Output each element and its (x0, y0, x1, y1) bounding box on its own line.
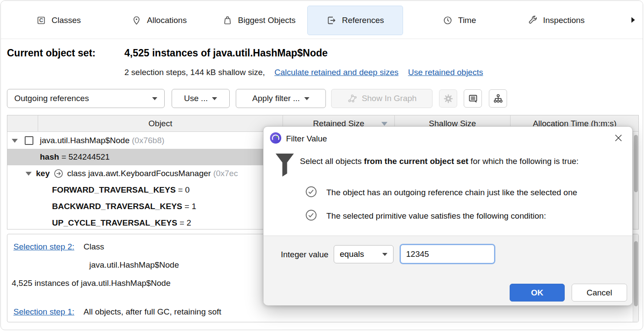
tab-label: Biggest Objects (238, 16, 296, 25)
tab-label: Time (458, 16, 476, 25)
chevron-down-icon (152, 97, 157, 100)
filter-value-combobox (400, 244, 495, 264)
dialog-close-button[interactable] (613, 133, 624, 143)
gear-icon (443, 93, 454, 104)
object-address: (0x7ec (213, 169, 238, 178)
chevron-down-icon (304, 97, 309, 100)
operator-select[interactable]: equals (334, 245, 394, 263)
graph-icon (347, 93, 358, 104)
settings-button (439, 89, 457, 108)
apply-filter-button[interactable]: Apply filter ... (236, 89, 326, 108)
tab-label: Allocations (147, 16, 187, 25)
current-object-set-label: Current object set: (7, 47, 95, 59)
classes-icon: C (36, 15, 46, 26)
tree-view-button[interactable] (489, 89, 507, 108)
selection-step-2-link[interactable]: Selection step 2: (13, 242, 74, 251)
chevron-down-icon (212, 97, 217, 100)
tab-time[interactable]: Time (434, 6, 485, 35)
tab-inspections[interactable]: Inspections (519, 6, 593, 35)
column-object[interactable]: Object (38, 115, 283, 132)
filter-value-dialog: Filter Value Select all objects from the… (263, 126, 633, 305)
references-icon (326, 15, 337, 26)
selection-step-2-result: 4,525 instances of java.util.HashMap$Nod… (12, 279, 171, 288)
references-toolbar: Outgoing references Use ... Apply filter… (7, 89, 507, 108)
tab-classes[interactable]: C Classes (28, 6, 89, 35)
dialog-intro-text: Select all objects from the current obje… (300, 157, 629, 166)
inspections-icon (527, 15, 538, 26)
biggest-objects-icon (222, 15, 233, 26)
comment-button[interactable] (464, 89, 482, 108)
condition-1-text: The object has an outgoing reference cha… (326, 188, 577, 197)
close-icon (614, 133, 623, 143)
column-expander (7, 115, 38, 132)
check-circle-icon (305, 186, 317, 198)
more-tabs-button[interactable] (629, 16, 637, 24)
use-button[interactable]: Use ... (172, 89, 230, 108)
calculate-retained-sizes-link[interactable]: Calculate retained and deep sizes (274, 68, 398, 77)
cancel-button[interactable]: Cancel (572, 284, 627, 302)
filter-value-input[interactable] (401, 245, 495, 263)
comment-icon (468, 93, 478, 104)
outgoing-reference-icon (54, 169, 63, 178)
tab-label: Inspections (543, 16, 585, 25)
tab-biggest-objects[interactable]: Biggest Objects (214, 6, 304, 35)
object-address: (0x76b8) (132, 136, 164, 145)
show-in-graph-button: Show In Graph (331, 89, 433, 108)
time-icon (442, 15, 453, 26)
reference-type-value: Outgoing references (14, 94, 89, 103)
svg-text:C: C (39, 17, 43, 23)
chevron-down-icon (382, 253, 387, 256)
current-object-set-title: 4,525 instances of java.util.HashMap$Nod… (124, 47, 328, 59)
selection-step-2-type: Class (84, 242, 104, 251)
selection-step-2-class: java.util.HashMap$Node (89, 260, 179, 270)
chevron-right-icon (629, 16, 637, 24)
ok-button[interactable]: OK (510, 284, 565, 302)
expand-toggle-icon[interactable] (12, 139, 18, 143)
row-checkbox[interactable] (25, 136, 33, 145)
tab-references[interactable]: References (307, 6, 403, 35)
panel-scrollbar-thumb[interactable] (634, 241, 638, 306)
heap-walker-window: C Classes Allocations Biggest Objects (0, 0, 643, 330)
condition-2-text: The selected primitive value satisfies t… (326, 211, 546, 221)
tab-label: References (342, 16, 384, 25)
expand-toggle-icon[interactable] (26, 172, 32, 176)
selection-step-1-text: All objects, after full GC, retaining so… (84, 307, 221, 316)
app-logo-icon (270, 132, 282, 144)
view-tab-bar: C Classes Allocations Biggest Objects (1, 1, 643, 39)
tab-allocations[interactable]: Allocations (123, 6, 195, 35)
table-scrollbar[interactable] (633, 132, 638, 229)
panel-scrollbar[interactable] (633, 234, 638, 322)
check-circle-icon (305, 209, 317, 221)
dialog-title: Filter Value (286, 134, 327, 144)
reference-type-select[interactable]: Outgoing references (7, 89, 165, 108)
hierarchy-icon (493, 93, 504, 104)
tab-label: Classes (52, 16, 81, 25)
filter-funnel-icon (275, 153, 295, 177)
value-type-label: Integer value (281, 250, 329, 259)
selection-summary: 2 selection steps, 144 kB shallow size, (124, 68, 265, 77)
selection-step-1-link[interactable]: Selection step 1: (13, 307, 74, 316)
dialog-footer: Integer value equals OK Cancel (263, 236, 632, 305)
use-retained-objects-link[interactable]: Use retained objects (408, 68, 483, 77)
sort-indicator-icon[interactable] (381, 122, 387, 126)
allocations-icon (131, 15, 142, 26)
table-scrollbar-thumb[interactable] (634, 135, 638, 192)
